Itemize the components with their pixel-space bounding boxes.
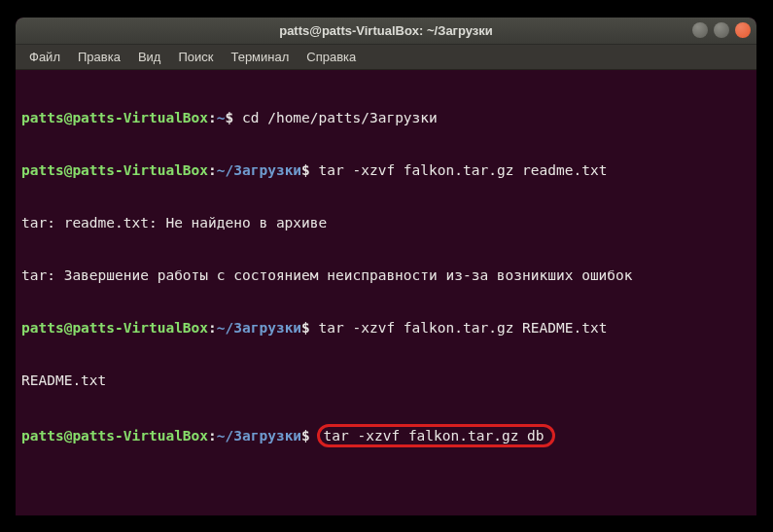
terminal-body[interactable]: patts@patts-VirtualBox:~$ cd /home/patts… <box>16 70 756 486</box>
maximize-button[interactable] <box>714 22 729 38</box>
terminal-output: README.txt <box>21 372 751 389</box>
command-text: cd /home/patts/Загрузки <box>233 110 438 125</box>
prompt-dollar: $ <box>301 428 310 443</box>
prompt-user: patts@patts-VirtualBox <box>21 162 208 178</box>
prompt-path: ~ <box>217 110 226 125</box>
terminal-line: patts@patts-VirtualBox:~$ cd /home/patts… <box>21 109 751 126</box>
menu-edit[interactable]: Правка <box>70 47 128 67</box>
prompt-colon: : <box>208 428 217 443</box>
prompt-dollar: $ <box>226 110 234 125</box>
prompt-dollar: $ <box>301 320 310 336</box>
terminal-line: patts@patts-VirtualBox:~/Загрузки$ tar -… <box>21 424 751 447</box>
menubar: Файл Правка Вид Поиск Терминал Справка <box>16 45 756 70</box>
menu-view[interactable]: Вид <box>130 47 169 67</box>
prompt-user: patts@patts-VirtualBox <box>21 320 208 336</box>
terminal-line: patts@patts-VirtualBox:~/Загрузки$ tar -… <box>21 161 751 179</box>
prompt-path: ~/Загрузки <box>217 428 301 443</box>
window-title: patts@patts-VirtualBox: ~/Загрузки <box>279 23 493 38</box>
prompt-dollar: $ <box>301 162 310 178</box>
highlighted-command: tar -xzvf falkon.tar.gz db <box>317 424 555 447</box>
close-button[interactable] <box>735 22 751 38</box>
minimize-button[interactable] <box>692 22 708 38</box>
prompt-path: ~/Загрузки <box>217 320 301 336</box>
menu-file[interactable]: Файл <box>21 47 68 67</box>
prompt-colon: : <box>208 162 217 178</box>
terminal-window: patts@patts-VirtualBox: ~/Загрузки Файл … <box>16 18 756 515</box>
command-text: tar -xzvf falkon.tar.gz readme.txt <box>310 162 608 178</box>
command-text: tar -xzvf falkon.tar.gz db <box>324 428 545 443</box>
terminal-line: patts@patts-VirtualBox:~/Загрузки$ tar -… <box>21 319 751 337</box>
titlebar: patts@patts-VirtualBox: ~/Загрузки <box>16 18 756 45</box>
prompt-user: patts@patts-VirtualBox <box>21 428 208 443</box>
window-controls <box>692 22 751 38</box>
terminal-output: tar: Завершение работы с состоянием неис… <box>21 266 751 284</box>
menu-terminal[interactable]: Терминал <box>223 47 297 67</box>
command-text: tar -xzvf falkon.tar.gz README.txt <box>310 320 608 336</box>
menu-search[interactable]: Поиск <box>170 47 221 67</box>
prompt-colon: : <box>208 110 217 125</box>
prompt-colon: : <box>208 320 217 336</box>
prompt-path: ~/Загрузки <box>217 162 301 178</box>
terminal-output: tar: readme.txt: Не найдено в архиве <box>21 214 751 231</box>
prompt-user: patts@patts-VirtualBox <box>21 110 208 125</box>
menu-help[interactable]: Справка <box>299 47 364 67</box>
